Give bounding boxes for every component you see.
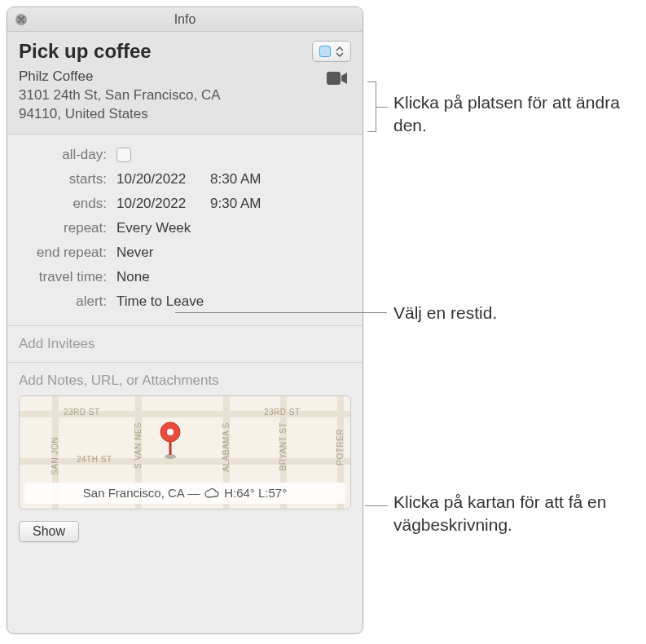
footer: Show	[7, 509, 363, 554]
starts-date[interactable]: 10/20/2022	[116, 171, 186, 187]
svg-rect-0	[327, 72, 341, 85]
location-name: Philz Coffee	[19, 68, 221, 86]
calendar-picker[interactable]	[312, 41, 351, 62]
add-invitees-field[interactable]: Add Invitees	[7, 326, 363, 363]
street-label: 24TH ST	[77, 455, 112, 464]
street-label: 23RD ST	[64, 408, 100, 417]
calendar-color-swatch	[319, 46, 331, 57]
weather-city: San Francisco, CA —	[83, 486, 200, 500]
row-alert: alert: Time to Leave	[19, 289, 351, 314]
repeat-value[interactable]: Every Week	[116, 220, 191, 236]
row-all-day: all-day:	[19, 143, 351, 167]
event-header: Pick up coffee Philz Coffee 3101 24th St…	[7, 32, 363, 135]
travel-time-value[interactable]: None	[116, 269, 150, 285]
ends-time[interactable]: 9:30 AM	[210, 196, 261, 212]
callout-leader	[376, 107, 388, 108]
callout-leader	[175, 312, 387, 313]
window-controls	[15, 14, 27, 25]
location-address-line2: 94110, United States	[19, 105, 221, 124]
label-end-repeat: end repeat:	[19, 245, 116, 261]
event-details: all-day: starts: 10/20/2022 8:30 AM ends…	[7, 135, 363, 326]
street-label: BRYANT ST	[279, 422, 288, 471]
starts-time[interactable]: 8:30 AM	[210, 171, 261, 187]
titlebar: Info	[7, 7, 363, 32]
location-address-line1: 3101 24th St, San Francisco, CA	[19, 86, 221, 105]
label-alert: alert:	[19, 293, 116, 310]
weather-strip: San Francisco, CA — H:64° L:57°	[24, 483, 345, 504]
street-label: SAN JON	[51, 437, 59, 475]
street-label: 23RD ST	[264, 408, 301, 417]
event-info-window: Info Pick up coffee Philz Coffee 3101 24…	[7, 7, 363, 634]
label-ends: ends:	[19, 196, 116, 212]
up-down-chevron-icon	[334, 46, 345, 57]
row-repeat: repeat: Every Week	[19, 216, 351, 240]
add-notes-field[interactable]: Add Notes, URL, or Attachments	[7, 363, 363, 394]
callout-map: Klicka på kartan för att få en vägbeskri…	[393, 491, 638, 537]
row-ends: ends: 10/20/2022 9:30 AM	[19, 192, 351, 216]
event-title[interactable]: Pick up coffee	[19, 40, 152, 63]
row-starts: starts: 10/20/2022 8:30 AM	[19, 167, 351, 192]
close-window-button[interactable]	[15, 14, 27, 25]
label-all-day: all-day:	[19, 147, 116, 163]
alert-value[interactable]: Time to Leave	[116, 293, 204, 310]
show-button[interactable]: Show	[19, 521, 79, 542]
label-repeat: repeat:	[19, 220, 116, 236]
row-travel-time: travel time: None	[19, 265, 351, 289]
street-label: ALABAMA S	[222, 422, 231, 472]
row-end-repeat: end repeat: Never	[19, 240, 351, 265]
label-travel-time: travel time:	[19, 269, 116, 285]
ends-date[interactable]: 10/20/2022	[116, 196, 186, 212]
map-pin-icon	[158, 421, 182, 464]
callout-travel-time: Välj en restid.	[393, 302, 497, 324]
all-day-checkbox[interactable]	[116, 148, 131, 162]
label-starts: starts:	[19, 171, 116, 187]
video-call-button[interactable]	[323, 68, 351, 89]
street-label: POTRER	[336, 429, 345, 465]
location-map[interactable]: 23RD ST 23RD ST 24TH ST S VAN NES ALABAM…	[19, 395, 351, 509]
end-repeat-value[interactable]: Never	[116, 245, 153, 261]
callout-location: Klicka på platsen för att ändra den.	[393, 91, 638, 138]
cloud-icon	[204, 487, 219, 499]
callout-bracket	[368, 82, 376, 132]
callout-leader	[365, 505, 388, 506]
window-title: Info	[7, 12, 363, 27]
location-block[interactable]: Philz Coffee 3101 24th St, San Francisco…	[19, 68, 221, 124]
street-label: S VAN NES	[134, 422, 143, 469]
video-camera-icon	[327, 71, 348, 86]
svg-point-3	[167, 429, 174, 435]
weather-temps: H:64° L:57°	[224, 486, 287, 500]
